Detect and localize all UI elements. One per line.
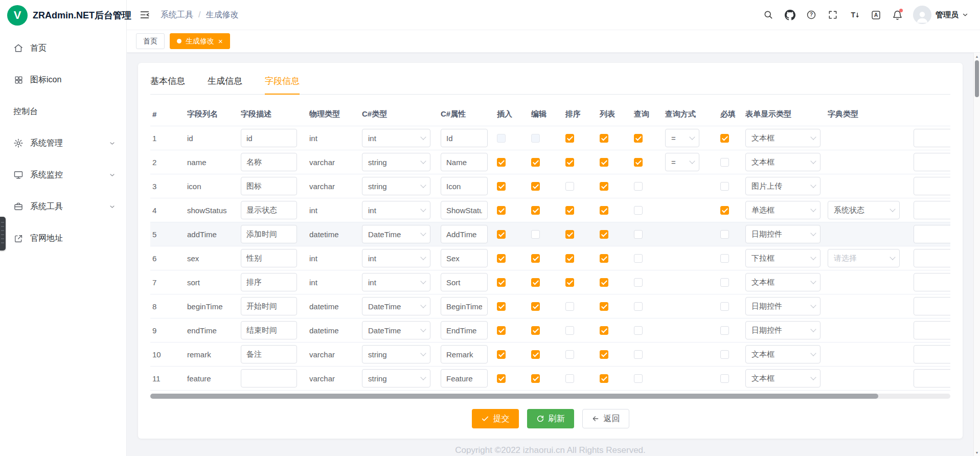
csharp-property-input[interactable] xyxy=(441,321,488,339)
sidebar-item-official-site[interactable]: 官网地址 xyxy=(0,222,126,254)
query-checkbox[interactable] xyxy=(634,278,643,287)
list-checkbox[interactable] xyxy=(600,134,608,143)
extra-input[interactable] xyxy=(914,345,950,363)
list-checkbox[interactable] xyxy=(600,278,608,287)
extra-input[interactable] xyxy=(914,369,950,387)
edit-checkbox[interactable] xyxy=(531,374,540,383)
required-checkbox[interactable] xyxy=(720,158,729,167)
csharp-type-select[interactable]: int xyxy=(362,249,430,267)
extra-input[interactable] xyxy=(914,129,950,147)
insert-checkbox[interactable] xyxy=(497,278,506,287)
list-checkbox[interactable] xyxy=(600,374,608,383)
edit-checkbox[interactable] xyxy=(531,326,540,335)
search-icon[interactable] xyxy=(760,6,777,24)
sort-checkbox[interactable] xyxy=(565,206,574,215)
edit-checkbox[interactable] xyxy=(531,206,540,215)
description-input[interactable] xyxy=(241,129,297,147)
edit-checkbox[interactable] xyxy=(531,254,540,263)
user-dropdown[interactable]: 管理员 xyxy=(936,10,969,20)
extra-input[interactable] xyxy=(914,225,950,243)
csharp-property-input[interactable] xyxy=(441,273,488,291)
sidebar-item-system-management[interactable]: 系统管理 xyxy=(0,127,126,159)
extra-input[interactable] xyxy=(914,321,950,339)
csharp-property-input[interactable] xyxy=(441,249,488,267)
query-checkbox[interactable] xyxy=(634,134,643,143)
docked-widget-handle[interactable] xyxy=(0,217,6,250)
insert-checkbox[interactable] xyxy=(497,134,506,143)
sort-checkbox[interactable] xyxy=(565,230,574,239)
query-checkbox[interactable] xyxy=(634,326,643,335)
query-type-select[interactable]: = xyxy=(665,129,699,147)
insert-checkbox[interactable] xyxy=(497,230,506,239)
tab-basic-info[interactable]: 基本信息 xyxy=(150,73,185,94)
extra-input[interactable] xyxy=(914,273,950,291)
font-size-icon[interactable]: T xyxy=(846,6,863,24)
display-type-select[interactable]: 日期控件 xyxy=(745,297,821,315)
query-checkbox[interactable] xyxy=(634,254,643,263)
query-checkbox[interactable] xyxy=(634,206,643,215)
list-checkbox[interactable] xyxy=(600,158,608,167)
extra-input[interactable] xyxy=(914,201,950,219)
menu-fold-icon[interactable] xyxy=(136,6,153,24)
display-type-select[interactable]: 文本框 xyxy=(745,369,821,387)
csharp-property-input[interactable] xyxy=(441,345,488,363)
description-input[interactable] xyxy=(241,225,297,243)
insert-checkbox[interactable] xyxy=(497,206,506,215)
tag-home[interactable]: 首页 xyxy=(136,33,165,49)
list-checkbox[interactable] xyxy=(600,350,608,359)
required-checkbox[interactable] xyxy=(720,326,729,335)
description-input[interactable] xyxy=(241,297,297,315)
submit-button[interactable]: 提交 xyxy=(472,409,519,428)
insert-checkbox[interactable] xyxy=(497,158,506,167)
csharp-property-input[interactable] xyxy=(441,225,488,243)
refresh-button[interactable]: 刷新 xyxy=(527,409,574,428)
edit-checkbox[interactable] xyxy=(531,278,540,287)
required-checkbox[interactable] xyxy=(720,278,729,287)
vertical-scrollbar-thumb[interactable] xyxy=(975,60,979,97)
description-input[interactable] xyxy=(241,273,297,291)
sort-checkbox[interactable] xyxy=(565,278,574,287)
horizontal-scrollbar[interactable] xyxy=(150,394,950,399)
csharp-type-select[interactable]: int xyxy=(362,129,430,147)
csharp-type-select[interactable]: string xyxy=(362,345,430,363)
csharp-property-input[interactable] xyxy=(441,153,488,171)
sort-checkbox[interactable] xyxy=(565,302,574,311)
display-type-select[interactable]: 文本框 xyxy=(745,129,821,147)
csharp-type-select[interactable]: DateTime xyxy=(362,225,430,243)
csharp-type-select[interactable]: DateTime xyxy=(362,321,430,339)
sidebar-item-icons[interactable]: 图标icon xyxy=(0,64,126,96)
extra-input[interactable] xyxy=(914,297,950,315)
tab-field-info[interactable]: 字段信息 xyxy=(265,73,300,94)
description-input[interactable] xyxy=(241,369,297,387)
app-logo[interactable]: V ZRAdmin.NET后台管理 xyxy=(0,0,126,30)
display-type-select[interactable]: 下拉框 xyxy=(745,249,821,267)
edit-checkbox[interactable] xyxy=(531,230,540,239)
list-checkbox[interactable] xyxy=(600,326,608,335)
breadcrumb-item[interactable]: 系统工具 xyxy=(161,10,193,20)
horizontal-scrollbar-thumb[interactable] xyxy=(150,394,878,399)
display-type-select[interactable]: 文本框 xyxy=(745,153,821,171)
insert-checkbox[interactable] xyxy=(497,182,506,191)
query-checkbox[interactable] xyxy=(634,158,643,167)
required-checkbox[interactable] xyxy=(720,206,729,215)
description-input[interactable] xyxy=(241,321,297,339)
description-input[interactable] xyxy=(241,249,297,267)
github-icon[interactable] xyxy=(781,6,799,24)
edit-checkbox[interactable] xyxy=(531,302,540,311)
scroll-down-arrow[interactable]: ▼ xyxy=(974,449,980,456)
display-type-select[interactable]: 日期控件 xyxy=(745,321,821,339)
csharp-type-select[interactable]: string xyxy=(362,177,430,195)
extra-input[interactable] xyxy=(914,249,950,267)
csharp-type-select[interactable]: string xyxy=(362,369,430,387)
required-checkbox[interactable] xyxy=(720,374,729,383)
tag-code-edit[interactable]: 生成修改 × xyxy=(170,33,230,49)
display-type-select[interactable]: 文本框 xyxy=(745,273,821,291)
display-type-select[interactable]: 单选框 xyxy=(745,201,821,219)
list-checkbox[interactable] xyxy=(600,230,608,239)
insert-checkbox[interactable] xyxy=(497,374,506,383)
sidebar-item-system-monitor[interactable]: 系统监控 xyxy=(0,159,126,191)
list-checkbox[interactable] xyxy=(600,302,608,311)
query-checkbox[interactable] xyxy=(634,350,643,359)
help-icon[interactable]: ? xyxy=(803,6,820,24)
query-checkbox[interactable] xyxy=(634,182,643,191)
